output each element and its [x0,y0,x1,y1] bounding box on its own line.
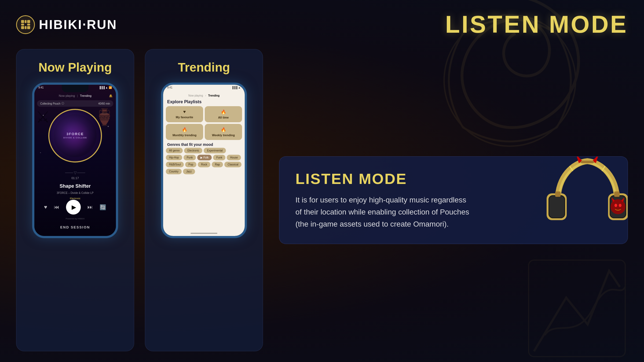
tr-genre-chip-folk[interactable]: ▶ Folk [197,155,212,160]
tr-playlist-weekly[interactable]: 🔥 Weekly trending [205,124,242,140]
tr-genre-chip-rap[interactable]: Rap [212,162,223,167]
tr-nav-item1: Now playing [188,94,203,97]
tr-time: 9:41 [167,86,172,89]
np-deco-left: ⚔ [36,108,50,126]
tr-monthly-icon: 🔥 [182,127,187,132]
now-playing-phone: 9:41 ▐▐▐ ▲ 📶 Now playing | Trending 🔔 Co… [32,83,118,238]
header: HiBiKi·RUN LISTEN MODE [16,11,628,38]
trending-title: Trending [178,60,230,75]
sparkle-3: ✦ [40,152,41,154]
now-playing-card: Now Playing 9:41 ▐▐▐ ▲ 📶 Now playing | T… [16,49,134,351]
tr-genre-chip-all-genre[interactable]: All genre [166,148,183,153]
tr-genre-chip-rock[interactable]: Rock [198,162,210,167]
np-artist: 3FORCE – Divide & Collide LP [34,191,116,194]
np-collecting-label: Collecting Pouch [40,102,60,105]
np-play-icon: ▶ [72,204,76,211]
tr-monthly-label: Monthly trending [173,134,196,137]
np-info-icon: ⓘ [61,102,64,105]
tr-genre-chip-experimental[interactable]: Experimental [204,148,226,153]
tr-genres-title: Genres that fit your mood [167,142,213,147]
lm-card-description: It is for users to enjoy high-quality mu… [295,194,470,230]
tr-genre-chip-pop[interactable]: Pop [185,162,196,167]
tr-fav-icon: ♥ [183,109,186,114]
tr-genre-chip-hip-hop[interactable]: Hip-Hop [166,155,182,160]
np-nav-item2: Trending [80,94,92,97]
np-nav: Now playing | Trending 🔔 [34,94,116,97]
tr-home-indicator [191,233,217,234]
tr-weekly-label: Weekly trending [212,134,235,137]
svg-rect-12 [549,196,564,217]
tr-genre-chip-funk[interactable]: Funk [213,155,225,160]
page-title: LISTEN MODE [445,11,628,38]
np-nav-item1: Now playing [59,94,75,97]
svg-rect-3 [25,20,27,23]
np-album-area: 3FORCE DIVIDE & COLLIDE [48,109,102,162]
svg-point-19 [614,204,617,207]
tr-signal: ▐▐▐ ▲ [232,86,241,89]
tr-genre-chip-house[interactable]: House [227,155,241,160]
np-end-session-btn[interactable]: END SESSION [60,225,90,229]
tr-status-bar: 9:41 ▐▐▐ ▲ [167,86,241,89]
tr-explore-title: Explore Playlists [167,99,202,104]
np-collecting-progress: 40/60 min [98,102,110,105]
np-play-button[interactable]: ▶ [66,200,81,215]
headphones-container [539,156,628,244]
tr-genre-chip-country[interactable]: Country [166,169,182,174]
svg-point-20 [619,204,621,207]
np-bell-icon[interactable]: 🔔 [109,94,113,98]
np-song-title: Shape Shifter [34,183,116,189]
np-genre: Electronic [34,197,116,200]
tr-playlist-fav[interactable]: ♥ My favourite [166,106,203,122]
tr-genre-chip-classical[interactable]: Classical [224,162,241,167]
svg-rect-9 [27,26,30,29]
logo-icon [16,15,35,34]
tr-alltime-label: All time [218,116,229,119]
np-next-icon[interactable]: ⏭ [87,204,93,210]
svg-rect-7 [21,26,24,29]
svg-rect-8 [25,26,27,29]
np-shuffle-icon[interactable]: 🔄 [100,204,106,210]
sparkle-1: ✦ [42,114,44,117]
tr-nav-sep: › [205,94,206,97]
tr-alltime-icon: 🔥 [221,109,226,114]
np-signal: ▐▐▐ ▲ 📶 [99,86,112,89]
svg-rect-21 [581,161,594,163]
np-prev-icon[interactable]: ⏮ [54,204,59,210]
trending-card: Trending 9:41 ▐▐▐ ▲ Now playing › Trendi… [145,49,263,351]
tr-playlist-alltime[interactable]: 🔥 All time [205,106,242,122]
tr-fav-label: My favourite [176,116,193,119]
tr-genre-chip-r-b-soul[interactable]: R&B/Soul [166,162,184,167]
tr-weekly-icon: 🔥 [221,127,226,132]
svg-rect-4 [27,20,30,23]
np-light-burst [49,110,101,161]
tr-nav: Now playing › Trending [163,94,245,97]
svg-rect-17 [614,191,620,197]
np-album-ring: 3FORCE DIVIDE & COLLIDE [48,109,102,162]
lm-info-card: LISTEN MODE It is for users to enjoy hig… [279,156,628,244]
logo-svg-icon [20,19,32,31]
logo: HiBiKi·RUN [16,15,117,34]
np-current-time: 01:17 [71,176,79,180]
np-waveform: ▽ [65,171,85,175]
np-nav-separator: | [77,94,78,97]
listen-mode-section: LISTEN MODE It is for users to enjoy hig… [274,49,628,351]
np-time: 9:41 [38,86,43,89]
main-content: HiBiKi·RUN LISTEN MODE Now Playing 9:41 … [0,0,644,362]
headphones-svg [539,156,628,244]
svg-rect-2 [21,20,24,23]
np-powered-by: Powered by HIBEKI [34,217,116,220]
np-heart-icon[interactable]: ♥ [44,204,47,210]
tr-genre-chip-punk[interactable]: Punk [184,155,196,160]
svg-rect-5 [21,24,24,25]
logo-text: HiBiKi·RUN [39,17,117,32]
np-status-bar: 9:41 ▐▐▐ ▲ 📶 [38,86,112,89]
tr-playlist-grid: ♥ My favourite 🔥 All time 🔥 Monthly tren… [166,106,242,140]
main-sections: Now Playing 9:41 ▐▐▐ ▲ 📶 Now playing | T… [16,49,628,351]
svg-rect-13 [555,191,561,197]
tr-genre-chip-electronic[interactable]: Electronic [184,148,202,153]
tr-genre-chip-jazz[interactable]: Jazz [183,169,195,174]
np-controls: ♥ ⏮ ▶ ⏭ 🔄 [34,200,116,215]
now-playing-title: Now Playing [38,60,112,75]
tr-playlist-monthly[interactable]: 🔥 Monthly trending [166,124,203,140]
sparkle-2: ✦ [107,125,109,128]
